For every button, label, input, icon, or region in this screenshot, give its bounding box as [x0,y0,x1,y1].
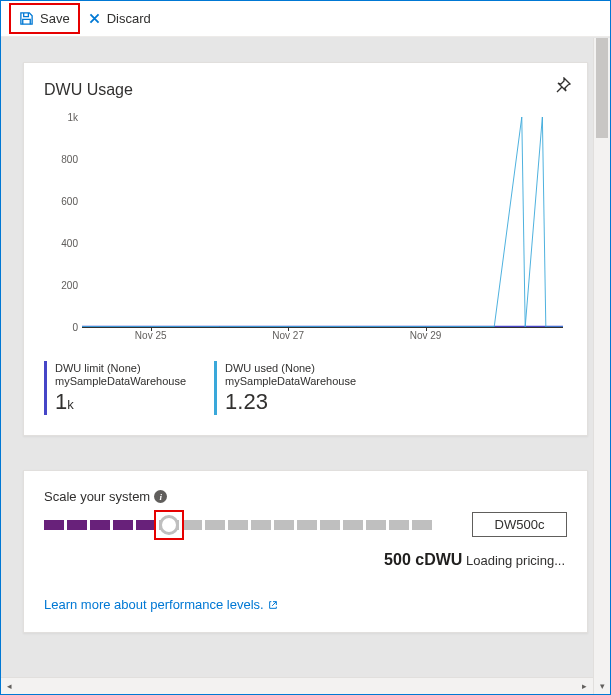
toolbar: Save Discard [1,1,610,37]
legend-sublabel: mySampleDataWarehouse [55,375,186,387]
vertical-scroll-thumb[interactable] [596,38,608,138]
external-link-icon [268,600,278,610]
legend-label: DWU limit (None) [55,361,186,375]
slider-thumb[interactable] [159,515,179,535]
y-tick-label: 400 [52,238,78,249]
scale-card: Scale your system i DW500c 500 cDWU Load… [23,470,588,633]
slider-segment[interactable] [297,520,317,530]
horizontal-scrollbar[interactable]: ◂ ▸ [1,677,593,694]
scale-section-label: Scale your system i [44,489,567,504]
save-button[interactable]: Save [9,3,80,34]
learn-more-link[interactable]: Learn more about performance levels. [44,597,278,612]
summary-value: 500 cDWU [384,551,462,568]
slider-segment[interactable] [389,520,409,530]
summary-suffix: Loading pricing... [466,553,565,568]
scroll-right-arrow[interactable]: ▸ [576,678,593,694]
save-icon [19,11,34,26]
slider-segment[interactable] [113,520,133,530]
scale-label-text: Scale your system [44,489,150,504]
chart-lines [82,117,563,327]
slider-segment[interactable] [343,520,363,530]
slider-segment[interactable] [67,520,87,530]
save-label: Save [40,11,70,26]
chart-x-axis: Nov 25Nov 27Nov 29 [82,327,563,345]
x-tick-label: Nov 25 [135,330,167,341]
info-icon[interactable]: i [154,490,167,503]
chart-plot-area: 1k8006004002000 [82,117,563,327]
y-tick-label: 800 [52,154,78,165]
tier-slider[interactable] [44,520,432,530]
chart-title: DWU Usage [44,81,567,99]
slider-segment[interactable] [274,520,294,530]
discard-label: Discard [107,11,151,26]
y-tick-label: 200 [52,280,78,291]
legend-label: DWU used (None) [225,361,356,375]
legend-item: DWU used (None)mySampleDataWarehouse1.23 [214,361,356,415]
y-tick-label: 0 [52,322,78,333]
y-tick-label: 1k [52,112,78,123]
dwu-usage-card: DWU Usage 1k8006004002000 Nov 25Nov 27No… [23,62,588,436]
pricing-summary: 500 cDWU Loading pricing... [44,551,567,569]
discard-button[interactable]: Discard [80,5,159,32]
slider-segment[interactable] [205,520,225,530]
slider-row: DW500c [44,512,567,537]
slider-segment[interactable] [182,520,202,530]
pin-icon[interactable] [555,77,571,96]
slider-segment[interactable] [320,520,340,530]
slider-segment[interactable] [366,520,386,530]
slider-segment[interactable] [228,520,248,530]
slider-segment[interactable] [44,520,64,530]
x-tick-label: Nov 29 [410,330,442,341]
slider-segment[interactable] [90,520,110,530]
y-tick-label: 600 [52,196,78,207]
slider-segment[interactable] [412,520,432,530]
vertical-scrollbar[interactable]: ▴ ▾ [593,38,610,694]
chart-legend: DWU limit (None)mySampleDataWarehouse1kD… [44,361,567,415]
content-pane: DWU Usage 1k8006004002000 Nov 25Nov 27No… [1,37,610,692]
slider-segment[interactable] [251,520,271,530]
legend-value: 1k [55,389,186,415]
x-tick-label: Nov 27 [272,330,304,341]
learn-link-text: Learn more about performance levels. [44,597,264,612]
slider-segment[interactable] [136,520,156,530]
tier-value-box[interactable]: DW500c [472,512,567,537]
legend-sublabel: mySampleDataWarehouse [225,375,356,387]
legend-value: 1.23 [225,389,356,415]
legend-item: DWU limit (None)mySampleDataWarehouse1k [44,361,186,415]
scroll-left-arrow[interactable]: ◂ [1,678,18,694]
scroll-down-arrow[interactable]: ▾ [594,677,610,694]
close-icon [88,12,101,25]
